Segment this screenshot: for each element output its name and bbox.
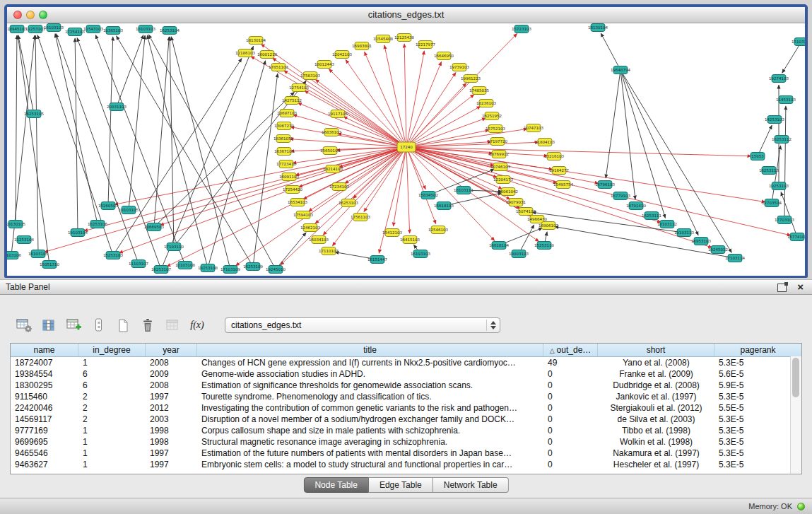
graph-node-yellow[interactable]: 17197720 [488,138,507,146]
graph-node-yellow[interactable]: 11545408 [373,35,393,43]
graph-node-teal[interactable]: 15051310 [40,261,59,269]
graph-edge[interactable] [18,35,34,114]
graph-edge[interactable] [16,35,17,224]
graph-node-yellow[interactable]: 15495754 [553,181,573,189]
graph-node-yellow[interactable]: 19079031 [506,199,526,206]
graph-node-teal[interactable]: 16618103 [434,202,454,210]
graph-edge[interactable] [56,33,139,264]
window-close-button[interactable] [13,11,22,19]
table-row[interactable]: 946554611997Estimation of the future num… [11,448,801,459]
table-row[interactable]: 1872400712008Changes of HCN gene express… [11,357,801,368]
import-table-button[interactable] [163,316,182,334]
graph-node-teal[interactable]: 18779103 [611,192,630,200]
graph-node-teal[interactable]: 17254103 [65,28,85,36]
graph-node-teal[interactable]: 16618104 [489,242,509,250]
create-column-button[interactable] [64,316,83,334]
graph-edge[interactable] [620,70,698,235]
new-file-button[interactable] [113,316,133,334]
graph-node-teal[interactable]: 17103114 [725,255,745,262]
graph-edge[interactable] [345,147,406,183]
graph-node-yellow[interactable]: 17561103 [351,214,370,221]
tab-node-table[interactable]: Node Table [303,477,369,493]
graph-edge[interactable] [35,35,38,254]
graph-node-teal[interactable]: 20031103 [107,103,126,111]
graph-node-teal[interactable]: 15253110 [534,242,554,250]
graph-node-yellow[interactable]: 19739103 [449,64,469,71]
graph-node-yellow[interactable]: 18214103 [323,165,343,173]
graph-node-yellow[interactable]: 12042103 [332,51,352,59]
column-header-short[interactable]: short [598,344,714,356]
graph-node-yellow[interactable]: 17110103 [319,247,339,255]
graph-node-teal[interactable]: 16253106 [88,221,107,228]
graph-node-teal[interactable]: 15723103 [512,25,531,33]
graph-node-yellow[interactable]: 15412103 [382,229,402,237]
graph-edge[interactable] [305,90,406,147]
graph-node-teal[interactable]: 18945103 [7,25,27,33]
graph-node-yellow[interactable]: 10747103 [524,124,543,132]
graph-node-teal[interactable]: 18791410 [626,202,646,210]
graph-node-teal[interactable]: 18253108 [198,264,218,272]
graph-node-teal[interactable]: 19274103 [769,75,789,83]
graph-edge[interactable] [276,233,306,269]
graph-node-teal[interactable]: 18130104 [588,24,608,32]
graph-node-teal[interactable]: 18103112 [657,221,677,228]
graph-node-teal[interactable]: 16193103 [411,250,430,258]
graph-node-teal[interactable]: 11543103 [83,25,103,33]
column-header-pagerank[interactable]: pagerank [714,344,801,356]
graph-edge[interactable] [284,71,406,147]
close-panel-icon[interactable]: × [797,280,804,294]
graph-node-teal[interactable]: 11103107 [129,260,148,268]
graph-node-teal[interactable]: 15253103 [103,252,123,259]
graph-node-teal[interactable]: 16253104 [160,27,180,35]
graph-node-yellow[interactable]: 17583103 [300,72,320,80]
graph-node-yellow[interactable]: 18236103 [476,100,496,107]
graph-node-yellow[interactable]: 12125438 [394,34,414,42]
graph-node-yellow[interactable]: 16001218 [257,51,277,59]
graph-node-teal[interactable]: 20669503 [144,223,164,231]
table-row[interactable]: 1456911722003Disruption of a novel membe… [11,414,801,425]
graph-node-teal[interactable]: 16953103 [691,238,711,245]
column-header-name[interactable]: name [11,344,78,356]
graph-node-yellow[interactable]: 18769912 [489,151,509,158]
graph-node-teal[interactable]: 16796103 [595,181,615,189]
graph-node-yellow[interactable]: 18012443 [314,61,334,69]
graph-node-yellow[interactable]: 16091103 [279,173,299,181]
graph-node-yellow[interactable]: 17240 [397,142,416,152]
graph-node-teal[interactable]: 19103104 [68,229,88,237]
graph-node-teal[interactable]: 18103105 [119,206,139,214]
graph-node-yellow[interactable]: 15752103 [486,125,505,133]
graph-edge[interactable] [601,33,620,70]
graph-node-teal[interactable]: 16151447 [367,256,387,264]
graph-node-yellow[interactable]: 16034103 [309,236,329,244]
tab-network-table[interactable]: Network Table [433,477,509,493]
graph-node-yellow[interactable]: 19961223 [461,75,481,83]
graph-node-teal[interactable]: 16774103 [787,233,805,241]
graph-edge[interactable] [758,125,772,156]
graph-node-teal[interactable]: 16103105 [28,250,48,258]
graph-node-teal[interactable]: 18103111 [454,187,473,194]
table-row[interactable]: 2242004622012Investigating the contribut… [11,402,801,414]
window-minimize-button[interactable] [26,11,35,19]
graph-edge[interactable] [161,46,254,269]
graph-node-yellow[interactable]: 16836103 [322,129,341,136]
graph-edge[interactable] [406,72,456,147]
graph-node-teal[interactable]: 10253103 [769,182,789,190]
graph-node-yellow[interactable]: 16983801 [352,42,372,50]
graph-node-yellow[interactable]: 17254420 [283,186,302,194]
graph-node-teal[interactable]: 16253107 [151,266,171,274]
graph-node-teal[interactable]: 11253104 [14,236,34,244]
graph-node-yellow[interactable]: 17234103 [329,183,349,191]
function-builder-button[interactable]: f(x) [187,316,207,334]
table-row[interactable]: 969969511998Structural magnetic resonanc… [11,436,801,448]
graph-node-teal[interactable]: 10365103 [103,27,123,35]
graph-node-teal[interactable]: 17103109 [220,266,240,274]
graph-node-yellow[interactable]: 20697103 [277,110,297,117]
table-row[interactable]: 1830029562008Estimation of significance … [11,380,801,391]
graph-edge[interactable] [406,51,424,147]
graph-node-yellow[interactable]: 19117103 [328,110,348,118]
table-options-button[interactable] [14,316,34,334]
graph-node-teal[interactable]: 18003103 [509,250,529,258]
graph-node-yellow[interactable]: 17594103 [293,211,313,219]
window-titlebar[interactable]: citations_edges.txt [7,7,805,23]
table-row[interactable]: 977716911998Corpus callosum shape and si… [11,425,801,436]
